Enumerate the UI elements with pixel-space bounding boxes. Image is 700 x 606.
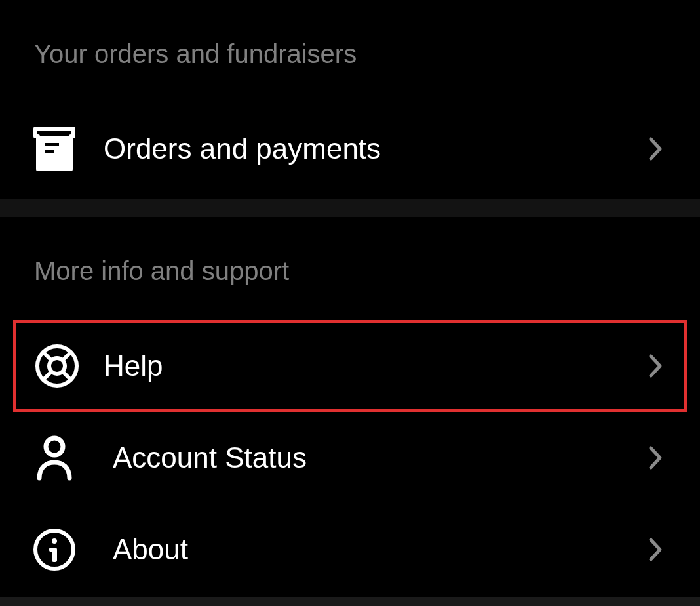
box-icon	[31, 126, 77, 172]
menu-label-account-status: Account Status	[113, 441, 645, 474]
svg-rect-13	[49, 548, 54, 552]
svg-line-7	[44, 372, 51, 379]
person-icon	[31, 435, 77, 481]
svg-point-3	[37, 346, 77, 386]
menu-item-orders-payments[interactable]: Orders and payments	[0, 103, 700, 195]
section-support: More info and support Help A	[0, 217, 700, 597]
chevron-right-icon	[645, 536, 666, 563]
section-header-support: More info and support	[0, 256, 700, 320]
chevron-right-icon	[645, 136, 666, 162]
section-divider	[0, 199, 700, 217]
svg-rect-1	[45, 143, 59, 146]
svg-rect-0	[38, 136, 71, 169]
svg-line-8	[63, 372, 70, 379]
menu-label-help: Help	[104, 350, 645, 382]
menu-label-orders-payments: Orders and payments	[104, 132, 645, 165]
lifebuoy-icon	[34, 343, 80, 389]
svg-line-6	[63, 353, 70, 360]
chevron-right-icon	[645, 353, 666, 379]
svg-point-9	[46, 438, 63, 455]
section-header-orders: Your orders and fundraisers	[0, 39, 700, 103]
svg-point-11	[52, 538, 57, 544]
menu-item-help[interactable]: Help	[13, 320, 687, 412]
menu-item-about[interactable]: About	[0, 504, 700, 596]
chevron-right-icon	[645, 445, 666, 471]
info-icon	[31, 527, 77, 573]
menu-label-about: About	[113, 533, 645, 566]
svg-point-4	[49, 358, 65, 374]
menu-item-account-status[interactable]: Account Status	[0, 412, 700, 504]
svg-line-5	[44, 353, 51, 360]
section-orders: Your orders and fundraisers Orders and p…	[0, 0, 700, 199]
svg-rect-2	[45, 150, 54, 153]
